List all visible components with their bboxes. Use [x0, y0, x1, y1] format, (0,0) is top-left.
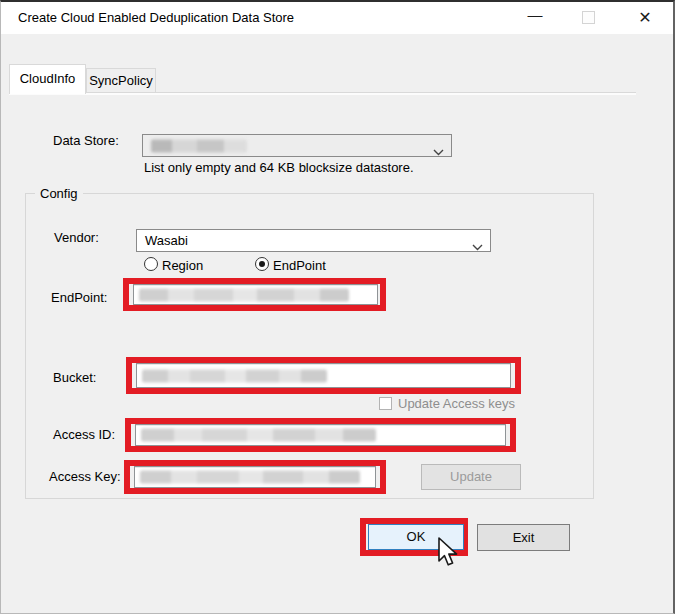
redacted-access-key-value [140, 471, 360, 484]
redacted-access-id-value [141, 429, 376, 442]
tab-syncpolicy[interactable]: SyncPolicy [86, 68, 156, 94]
tab-cloudinfo[interactable]: CloudInfo [9, 64, 86, 94]
endpoint-highlight-box [123, 278, 386, 311]
region-radio-label: Region [162, 258, 203, 273]
data-store-label: Data Store: [53, 133, 119, 148]
access-key-input[interactable] [134, 466, 376, 488]
mouse-cursor-icon [437, 537, 463, 575]
maximize-button [567, 2, 611, 34]
access-key-label: Access Key: [49, 469, 121, 484]
access-id-input[interactable] [135, 424, 506, 446]
data-store-note: List only empty and 64 KB blocksize data… [144, 160, 414, 175]
update-button[interactable]: Update [421, 464, 521, 490]
access-id-highlight-box [125, 418, 516, 452]
minimize-button[interactable]: — [513, 2, 557, 34]
tab-pane-border [9, 92, 636, 95]
chevron-down-icon [433, 142, 444, 160]
exit-button[interactable]: Exit [477, 524, 570, 551]
redacted-endpoint-value [139, 288, 349, 301]
dialog-window: Create Cloud Enabled Deduplication Data … [0, 0, 675, 614]
endpoint-radio[interactable] [255, 257, 269, 271]
minimize-icon: — [528, 6, 543, 23]
data-store-dropdown[interactable] [142, 134, 452, 157]
update-access-keys-checkbox[interactable] [379, 397, 392, 410]
close-icon: ✕ [638, 9, 651, 26]
bucket-label: Bucket: [53, 370, 96, 385]
bucket-highlight-box [126, 357, 521, 394]
access-key-highlight-box [124, 460, 386, 494]
vendor-label: Vendor: [54, 230, 99, 245]
endpoint-radio-label: EndPoint [273, 258, 326, 273]
redacted-data-store-value [151, 139, 247, 152]
vendor-dropdown[interactable]: Wasabi [136, 229, 491, 252]
region-radio[interactable] [144, 257, 158, 271]
endpoint-input[interactable] [133, 284, 378, 305]
vendor-value: Wasabi [145, 233, 188, 248]
endpoint-label: EndPoint: [51, 290, 107, 305]
chevron-down-icon [472, 237, 483, 255]
title-bar: Create Cloud Enabled Deduplication Data … [1, 2, 673, 34]
update-access-keys-label: Update Access keys [398, 396, 515, 411]
maximize-icon [582, 11, 595, 24]
radio-selected-dot [259, 261, 265, 267]
config-group-title: Config [35, 186, 83, 201]
bucket-input[interactable] [136, 363, 511, 388]
window-title: Create Cloud Enabled Deduplication Data … [18, 10, 294, 25]
redacted-bucket-value [142, 369, 327, 382]
close-button[interactable]: ✕ [623, 2, 667, 34]
access-id-label: Access ID: [53, 427, 115, 442]
